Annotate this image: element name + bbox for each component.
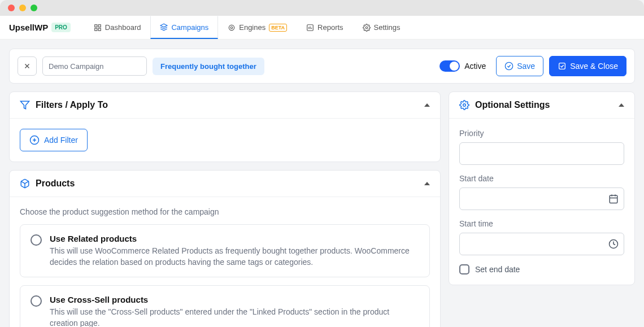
clock-icon[interactable] xyxy=(608,239,619,249)
active-toggle[interactable] xyxy=(440,60,460,72)
optional-settings-panel: Optional Settings Priority Start date xyxy=(449,91,635,285)
topbar: UpsellWP PRO Dashboard Campaigns Engines… xyxy=(0,16,644,40)
right-column: Optional Settings Priority Start date xyxy=(449,91,635,285)
svg-rect-1 xyxy=(98,24,101,27)
radio-icon[interactable] xyxy=(31,295,42,307)
tab-engines-label: Engines xyxy=(239,23,266,32)
products-title: Products xyxy=(36,178,75,189)
campaign-header: Frequently bought together Active Save S… xyxy=(9,49,635,84)
option-related-products[interactable]: Use Related products This will use WooCo… xyxy=(20,224,430,277)
svg-marker-4 xyxy=(161,24,168,27)
settings-icon xyxy=(363,24,371,32)
active-label: Active xyxy=(464,62,486,71)
save-close-button[interactable]: Save & Close xyxy=(549,56,626,76)
option-cross-sell-products[interactable]: Use Cross-Sell products This will use th… xyxy=(20,285,430,327)
products-helper-text: Choose the product suggestion method for… xyxy=(20,207,430,216)
add-filter-button[interactable]: Add Filter xyxy=(20,129,88,151)
products-panel-head[interactable]: Products xyxy=(10,171,440,197)
tab-dashboard-label: Dashboard xyxy=(105,23,141,32)
pro-badge: PRO xyxy=(51,23,71,32)
start-date-input[interactable] xyxy=(459,188,624,210)
svg-marker-16 xyxy=(21,101,29,109)
chevron-up-icon xyxy=(424,103,430,107)
tab-reports-label: Reports xyxy=(317,23,343,32)
left-column: Filters / Apply To Add Filter Products xyxy=(9,91,441,327)
beta-badge: BETA xyxy=(269,24,287,32)
close-window-icon[interactable] xyxy=(8,5,15,11)
layers-icon xyxy=(160,23,168,31)
chevron-up-icon xyxy=(619,103,624,107)
svg-rect-2 xyxy=(98,28,101,30)
campaign-type-badge: Frequently bought together xyxy=(153,58,264,75)
svg-point-11 xyxy=(365,27,368,29)
campaign-name-input[interactable] xyxy=(42,56,147,76)
tab-settings[interactable]: Settings xyxy=(353,16,410,39)
svg-rect-22 xyxy=(610,195,617,203)
svg-rect-0 xyxy=(95,24,97,27)
box-icon xyxy=(20,178,30,189)
start-date-field: Start date xyxy=(459,174,624,210)
save-button-label: Save xyxy=(517,62,535,71)
priority-input[interactable] xyxy=(459,142,624,165)
filter-icon xyxy=(20,100,30,110)
save-button[interactable]: Save xyxy=(496,56,543,76)
start-time-label: Start time xyxy=(459,219,624,228)
checkbox-icon[interactable] xyxy=(459,264,469,274)
tab-campaigns[interactable]: Campaigns xyxy=(150,16,218,39)
tab-engines[interactable]: Engines BETA xyxy=(218,16,297,39)
tab-reports[interactable]: Reports xyxy=(297,16,353,39)
optional-settings-head[interactable]: Optional Settings xyxy=(449,92,634,119)
engines-icon xyxy=(228,24,236,32)
optional-settings-body: Priority Start date Start time xyxy=(449,119,634,285)
close-button[interactable] xyxy=(18,56,37,76)
window-chrome xyxy=(0,0,644,16)
check-circle-icon xyxy=(504,62,514,71)
brand-name: UpsellWP xyxy=(9,23,48,32)
svg-rect-3 xyxy=(95,28,97,30)
priority-field: Priority xyxy=(459,129,624,165)
radio-icon[interactable] xyxy=(31,234,42,246)
tab-campaigns-label: Campaigns xyxy=(171,23,208,32)
dashboard-icon xyxy=(94,24,102,32)
reports-icon xyxy=(306,24,314,32)
save-close-button-label: Save & Close xyxy=(570,62,618,71)
option-content: Use Cross-Sell products This will use th… xyxy=(50,295,419,327)
filters-panel-body: Add Filter xyxy=(10,119,440,162)
filters-panel-head[interactable]: Filters / Apply To xyxy=(10,92,440,119)
tab-settings-label: Settings xyxy=(374,23,401,32)
svg-point-21 xyxy=(463,104,466,107)
clipboard-check-icon xyxy=(558,62,567,71)
chevron-up-icon xyxy=(424,182,430,185)
tab-dashboard[interactable]: Dashboard xyxy=(84,16,151,39)
start-time-field: Start time xyxy=(459,219,624,255)
calendar-icon[interactable] xyxy=(608,194,619,204)
svg-point-6 xyxy=(230,27,233,29)
priority-label: Priority xyxy=(459,129,624,138)
main-grid: Filters / Apply To Add Filter Products xyxy=(9,91,635,327)
add-filter-label: Add Filter xyxy=(44,136,78,145)
svg-rect-15 xyxy=(559,63,565,69)
maximize-window-icon[interactable] xyxy=(31,5,37,11)
filters-title: Filters / Apply To xyxy=(36,100,108,110)
active-toggle-wrap: Active xyxy=(440,60,486,72)
optional-settings-title: Optional Settings xyxy=(475,100,550,110)
option-content: Use Related products This will use WooCo… xyxy=(50,234,419,268)
start-time-input[interactable] xyxy=(459,233,624,255)
set-end-date-row[interactable]: Set end date xyxy=(459,264,624,274)
plus-circle-icon xyxy=(29,135,40,145)
option-title: Use Related products xyxy=(50,234,419,243)
nav-tabs: Dashboard Campaigns Engines BETA Reports… xyxy=(84,16,410,39)
filters-panel: Filters / Apply To Add Filter xyxy=(9,91,441,162)
option-title: Use Cross-Sell products xyxy=(50,295,419,304)
products-panel: Products Choose the product suggestion m… xyxy=(9,170,441,327)
products-panel-body: Choose the product suggestion method for… xyxy=(10,197,440,327)
set-end-date-label: Set end date xyxy=(475,265,520,274)
minimize-window-icon[interactable] xyxy=(19,5,26,11)
start-date-label: Start date xyxy=(459,174,624,183)
option-desc: This will use WooCommerce Related Produc… xyxy=(50,246,419,268)
content-wrapper: Frequently bought together Active Save S… xyxy=(0,40,644,327)
svg-point-14 xyxy=(506,62,513,69)
close-icon xyxy=(23,62,31,70)
gear-icon xyxy=(459,100,469,110)
svg-point-5 xyxy=(229,25,234,30)
